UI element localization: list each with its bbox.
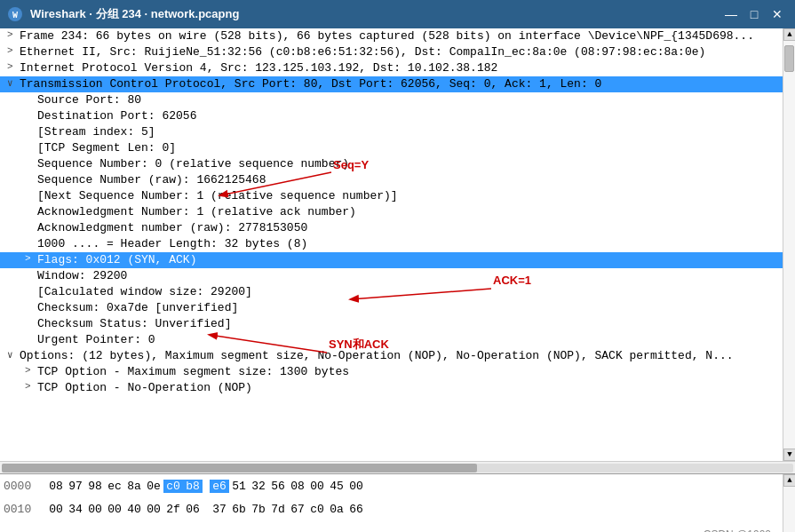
hex-row-0: 0000089798ec8a0ec0b8e651325608004500	[0, 474, 795, 497]
expand-icon-ip[interactable]: >	[7, 61, 20, 72]
hex-byte-1-3: 00	[105, 503, 124, 516]
hex-scrollbar[interactable]: ▲ ▼	[783, 474, 795, 532]
row-text-checksum: Checksum: 0xa7de [unverified]	[37, 301, 791, 314]
horizontal-scrollbar[interactable]	[0, 461, 795, 473]
row-text-chk-status: Checksum Status: Unverified]	[37, 317, 791, 330]
expand-icon-tcp-mss[interactable]: >	[25, 365, 37, 376]
tree-row-ip[interactable]: >Internet Protocol Version 4, Src: 123.1…	[0, 60, 795, 76]
hex-byte-1-10: 7b	[249, 503, 268, 516]
hex-byte-0-1: 97	[66, 480, 85, 493]
tree-row-ack-num[interactable]: Acknowledgment Number: 1 (relative ack n…	[0, 204, 795, 220]
row-text-urgent: Urgent Pointer: 0	[37, 333, 791, 346]
tree-row-calc-win[interactable]: [Calculated window size: 29200]	[0, 284, 795, 300]
hex-byte-0-12: 08	[288, 480, 307, 493]
hex-byte-0-9: 51	[229, 480, 249, 493]
expand-icon-frame[interactable]: >	[7, 29, 20, 40]
row-text-options: Options: (12 bytes), Maximum segment siz…	[20, 349, 791, 362]
protocol-tree: >Frame 234: 66 bytes on wire (528 bits),…	[0, 28, 795, 396]
row-text-ip: Internet Protocol Version 4, Src: 123.12…	[20, 61, 791, 75]
row-text-next-seq: [Next Sequence Number: 1 (relative seque…	[37, 189, 791, 202]
tree-row-options[interactable]: ∨Options: (12 bytes), Maximum segment si…	[0, 348, 795, 364]
expand-icon-ethernet[interactable]: >	[7, 45, 20, 56]
hex-byte-0-7: b8	[183, 480, 203, 493]
main-content: >Frame 234: 66 bytes on wire (528 bits),…	[0, 28, 795, 461]
row-text-calc-win: [Calculated window size: 29200]	[37, 285, 791, 298]
row-text-seq-raw: Sequence Number (raw): 1662125468	[37, 173, 791, 187]
scroll-down-button[interactable]: ▼	[783, 449, 795, 461]
row-text-hdr-len: 1000 .... = Header Length: 32 bytes (8)	[37, 237, 791, 250]
tree-row-chk-status[interactable]: Checksum Status: Unverified]	[0, 316, 795, 332]
expand-icon-flags[interactable]: >	[25, 253, 37, 264]
row-text-seq-num: Sequence Number: 0 (relative sequence nu…	[37, 157, 791, 171]
row-text-stream-idx: [Stream index: 5]	[37, 125, 791, 139]
row-text-flags: Flags: 0x012 (SYN, ACK)	[37, 253, 791, 266]
hex-byte-1-13: c0	[307, 503, 327, 516]
tree-row-ethernet[interactable]: >Ethernet II, Src: RuijieNe_51:32:56 (c0…	[0, 44, 795, 60]
hex-byte-1-1: 34	[66, 503, 85, 516]
hex-byte-1-14: 0a	[327, 503, 346, 516]
hex-byte-1-5: 00	[144, 503, 163, 516]
vertical-scrollbar[interactable]: ▲ ▼	[783, 28, 795, 461]
tree-row-hdr-len[interactable]: 1000 .... = Header Length: 32 bytes (8)	[0, 236, 795, 252]
hex-byte-0-14: 45	[327, 480, 346, 493]
row-text-frame: Frame 234: 66 bytes on wire (528 bits), …	[20, 29, 791, 43]
hex-byte-0-2: 98	[85, 480, 105, 493]
tree-row-tcp-nop[interactable]: >TCP Option - No-Operation (NOP)	[0, 380, 795, 396]
hex-byte-0-8: e6	[210, 480, 229, 493]
title-bar[interactable]: W Wireshark · 分组 234 · network.pcapng — …	[0, 0, 795, 28]
row-text-tcp-mss: TCP Option - Maximum segment size: 1300 …	[37, 365, 791, 378]
hex-byte-0-5: 0e	[144, 480, 163, 493]
tree-row-flags[interactable]: >Flags: 0x012 (SYN, ACK)	[0, 252, 795, 268]
tree-row-src-port[interactable]: Source Port: 80	[0, 92, 795, 108]
wireshark-icon: W	[7, 6, 23, 22]
svg-text:W: W	[12, 11, 18, 20]
hex-scroll-up[interactable]: ▲	[783, 474, 795, 487]
tree-row-dst-port[interactable]: Destination Port: 62056	[0, 108, 795, 124]
hex-byte-1-2: 00	[85, 503, 105, 516]
expand-icon-tcp-nop[interactable]: >	[25, 381, 37, 392]
watermark: CSDN @1900~	[704, 528, 777, 532]
hex-byte-0-3: ec	[105, 480, 124, 493]
tree-row-frame[interactable]: >Frame 234: 66 bytes on wire (528 bits),…	[0, 28, 795, 44]
minimize-button[interactable]: —	[720, 4, 742, 25]
tree-row-seg-len[interactable]: [TCP Segment Len: 0]	[0, 140, 795, 156]
maximize-button[interactable]: □	[743, 4, 765, 25]
scroll-up-button[interactable]: ▲	[783, 28, 795, 41]
tree-row-seq-raw[interactable]: Sequence Number (raw): 1662125468	[0, 172, 795, 188]
row-text-seg-len: [TCP Segment Len: 0]	[37, 141, 791, 155]
hex-byte-1-15: 66	[346, 503, 366, 516]
tree-row-stream-idx[interactable]: [Stream index: 5]	[0, 124, 795, 140]
hex-byte-1-0: 00	[46, 503, 66, 516]
expand-icon-tcp[interactable]: ∨	[7, 77, 20, 89]
tree-row-next-seq[interactable]: [Next Sequence Number: 1 (relative seque…	[0, 188, 795, 204]
tree-row-checksum[interactable]: Checksum: 0xa7de [unverified]	[0, 300, 795, 316]
tree-row-tcp-mss[interactable]: >TCP Option - Maximum segment size: 1300…	[0, 364, 795, 380]
hex-byte-1-9: 6b	[229, 503, 249, 516]
hex-offset-1: 0010	[4, 503, 39, 516]
hex-byte-0-15: 00	[346, 480, 366, 493]
tree-row-urgent[interactable]: Urgent Pointer: 0	[0, 332, 795, 348]
row-text-ack-raw: Acknowledgment number (raw): 2778153050	[37, 221, 791, 234]
hex-byte-0-10: 32	[249, 480, 268, 493]
tree-row-seq-num[interactable]: Sequence Number: 0 (relative sequence nu…	[0, 156, 795, 172]
close-button[interactable]: ✕	[767, 4, 788, 25]
hex-byte-0-11: 56	[268, 480, 288, 493]
hex-row-1: 00100034000040002f06376b7b7d67c00a66	[0, 497, 795, 520]
row-text-window: Window: 29200	[37, 269, 791, 282]
row-text-tcp: Transmission Control Protocol, Src Port:…	[20, 77, 791, 91]
row-text-src-port: Source Port: 80	[37, 93, 791, 107]
title-bar-text: Wireshark · 分组 234 · network.pcapng	[30, 6, 239, 22]
tree-row-ack-raw[interactable]: Acknowledgment number (raw): 2778153050	[0, 220, 795, 236]
hex-byte-1-6: 2f	[163, 503, 183, 516]
row-text-dst-port: Destination Port: 62056	[37, 109, 791, 123]
expand-icon-options[interactable]: ∨	[7, 349, 20, 361]
hex-byte-1-11: 7d	[268, 503, 288, 516]
hex-byte-1-8: 37	[210, 503, 229, 516]
row-text-ethernet: Ethernet II, Src: RuijieNe_51:32:56 (c0:…	[20, 45, 791, 59]
hex-byte-0-13: 00	[307, 480, 327, 493]
tree-row-window[interactable]: Window: 29200	[0, 268, 795, 284]
hex-panel: 0000089798ec8a0ec0b8e6513256080045000010…	[0, 473, 795, 532]
tree-row-tcp[interactable]: ∨Transmission Control Protocol, Src Port…	[0, 76, 795, 92]
hex-byte-0-0: 08	[46, 480, 66, 493]
hex-byte-0-4: 8a	[124, 480, 144, 493]
